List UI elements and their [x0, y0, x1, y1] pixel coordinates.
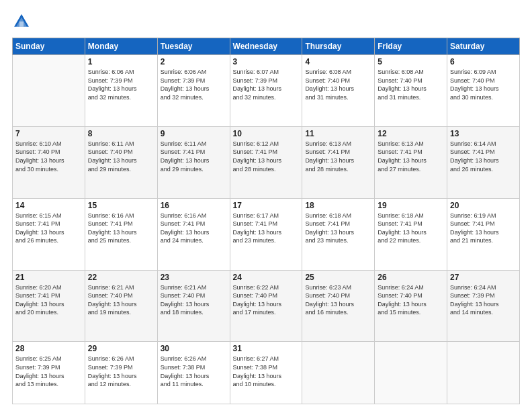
day-number: 27 [450, 273, 517, 282]
calendar-day-cell: 3Sunrise: 6:07 AMSunset: 7:39 PMDaylight… [230, 55, 302, 127]
calendar-day-cell: 17Sunrise: 6:17 AMSunset: 7:41 PMDayligh… [230, 198, 302, 270]
day-number: 1 [88, 57, 154, 66]
day-number: 4 [305, 57, 371, 66]
day-info: Sunrise: 6:24 AMSunset: 7:40 PMDaylight:… [378, 283, 444, 317]
calendar-day-cell: 7Sunrise: 6:10 AMSunset: 7:40 PMDaylight… [13, 126, 85, 198]
calendar-day-cell [302, 342, 375, 404]
day-info: Sunrise: 6:21 AMSunset: 7:40 PMDaylight:… [161, 283, 227, 317]
day-number: 30 [161, 344, 227, 353]
day-header-friday: Friday [375, 38, 447, 55]
day-info: Sunrise: 6:06 AMSunset: 7:39 PMDaylight:… [88, 68, 154, 101]
day-number: 28 [15, 344, 82, 353]
day-number: 22 [88, 273, 154, 282]
day-info: Sunrise: 6:20 AMSunset: 7:41 PMDaylight:… [15, 283, 82, 317]
day-number: 17 [233, 201, 300, 210]
calendar-day-cell: 16Sunrise: 6:16 AMSunset: 7:41 PMDayligh… [157, 198, 230, 270]
day-info: Sunrise: 6:14 AMSunset: 7:41 PMDaylight:… [450, 140, 517, 173]
day-info: Sunrise: 6:26 AMSunset: 7:39 PMDaylight:… [88, 355, 154, 388]
calendar-day-cell: 23Sunrise: 6:21 AMSunset: 7:40 PMDayligh… [157, 270, 230, 342]
day-info: Sunrise: 6:11 AMSunset: 7:40 PMDaylight:… [88, 140, 154, 173]
calendar-day-cell: 26Sunrise: 6:24 AMSunset: 7:40 PMDayligh… [375, 270, 447, 342]
day-info: Sunrise: 6:22 AMSunset: 7:40 PMDaylight:… [233, 283, 300, 317]
day-info: Sunrise: 6:17 AMSunset: 7:41 PMDaylight:… [233, 212, 300, 245]
calendar-week-row: 28Sunrise: 6:25 AMSunset: 7:39 PMDayligh… [13, 342, 520, 404]
day-number: 9 [161, 129, 227, 138]
calendar-day-cell: 6Sunrise: 6:09 AMSunset: 7:40 PMDaylight… [447, 55, 520, 127]
calendar-day-cell [13, 55, 85, 127]
day-number: 21 [15, 273, 82, 282]
day-info: Sunrise: 6:12 AMSunset: 7:41 PMDaylight:… [233, 140, 300, 173]
day-header-sunday: Sunday [13, 38, 85, 55]
calendar-day-cell: 14Sunrise: 6:15 AMSunset: 7:41 PMDayligh… [13, 198, 85, 270]
calendar-day-cell: 9Sunrise: 6:11 AMSunset: 7:41 PMDaylight… [157, 126, 230, 198]
day-info: Sunrise: 6:21 AMSunset: 7:40 PMDaylight:… [88, 283, 154, 317]
day-number: 23 [161, 273, 227, 282]
day-number: 12 [378, 129, 444, 138]
calendar-day-cell: 8Sunrise: 6:11 AMSunset: 7:40 PMDaylight… [85, 126, 157, 198]
day-number: 26 [378, 273, 444, 282]
calendar-day-cell: 20Sunrise: 6:19 AMSunset: 7:41 PMDayligh… [447, 198, 520, 270]
calendar-week-row: 1Sunrise: 6:06 AMSunset: 7:39 PMDaylight… [13, 55, 520, 127]
calendar-day-cell: 19Sunrise: 6:18 AMSunset: 7:41 PMDayligh… [375, 198, 447, 270]
calendar-day-cell: 27Sunrise: 6:24 AMSunset: 7:39 PMDayligh… [447, 270, 520, 342]
day-number: 10 [233, 129, 300, 138]
day-info: Sunrise: 6:16 AMSunset: 7:41 PMDaylight:… [88, 212, 154, 245]
day-info: Sunrise: 6:25 AMSunset: 7:39 PMDaylight:… [15, 355, 82, 388]
day-info: Sunrise: 6:10 AMSunset: 7:40 PMDaylight:… [15, 140, 82, 173]
calendar-day-cell: 1Sunrise: 6:06 AMSunset: 7:39 PMDaylight… [85, 55, 157, 127]
calendar-day-cell: 31Sunrise: 6:27 AMSunset: 7:38 PMDayligh… [230, 342, 302, 404]
day-number: 6 [450, 57, 517, 66]
calendar-week-row: 14Sunrise: 6:15 AMSunset: 7:41 PMDayligh… [13, 198, 520, 270]
day-info: Sunrise: 6:24 AMSunset: 7:39 PMDaylight:… [450, 283, 517, 317]
day-info: Sunrise: 6:27 AMSunset: 7:38 PMDaylight:… [233, 355, 300, 388]
calendar-day-cell: 18Sunrise: 6:18 AMSunset: 7:41 PMDayligh… [302, 198, 375, 270]
calendar-table: SundayMondayTuesdayWednesdayThursdayFrid… [12, 38, 520, 404]
day-number: 31 [233, 344, 300, 353]
calendar-day-cell: 5Sunrise: 6:08 AMSunset: 7:40 PMDaylight… [375, 55, 447, 127]
calendar-day-cell: 12Sunrise: 6:13 AMSunset: 7:41 PMDayligh… [375, 126, 447, 198]
day-number: 19 [378, 201, 444, 210]
calendar-day-cell: 28Sunrise: 6:25 AMSunset: 7:39 PMDayligh… [13, 342, 85, 404]
day-info: Sunrise: 6:08 AMSunset: 7:40 PMDaylight:… [305, 68, 371, 101]
day-header-saturday: Saturday [447, 38, 520, 55]
day-number: 24 [233, 273, 300, 282]
header [12, 12, 520, 31]
calendar-day-cell: 10Sunrise: 6:12 AMSunset: 7:41 PMDayligh… [230, 126, 302, 198]
day-number: 29 [88, 344, 154, 353]
calendar-day-cell [447, 342, 520, 404]
day-info: Sunrise: 6:08 AMSunset: 7:40 PMDaylight:… [378, 68, 444, 101]
svg-rect-2 [19, 21, 24, 27]
day-number: 7 [15, 129, 82, 138]
calendar-day-cell: 15Sunrise: 6:16 AMSunset: 7:41 PMDayligh… [85, 198, 157, 270]
day-info: Sunrise: 6:19 AMSunset: 7:41 PMDaylight:… [450, 212, 517, 245]
day-number: 13 [450, 129, 517, 138]
day-number: 8 [88, 129, 154, 138]
day-info: Sunrise: 6:06 AMSunset: 7:39 PMDaylight:… [161, 68, 227, 101]
day-info: Sunrise: 6:15 AMSunset: 7:41 PMDaylight:… [15, 212, 82, 245]
day-number: 20 [450, 201, 517, 210]
day-number: 2 [161, 57, 227, 66]
day-number: 25 [305, 273, 371, 282]
calendar-day-cell: 22Sunrise: 6:21 AMSunset: 7:40 PMDayligh… [85, 270, 157, 342]
logo [12, 12, 34, 31]
calendar-header-row: SundayMondayTuesdayWednesdayThursdayFrid… [13, 38, 520, 55]
day-info: Sunrise: 6:18 AMSunset: 7:41 PMDaylight:… [378, 212, 444, 245]
day-info: Sunrise: 6:13 AMSunset: 7:41 PMDaylight:… [378, 140, 444, 173]
day-info: Sunrise: 6:23 AMSunset: 7:40 PMDaylight:… [305, 283, 371, 317]
day-number: 11 [305, 129, 371, 138]
day-info: Sunrise: 6:11 AMSunset: 7:41 PMDaylight:… [161, 140, 227, 173]
day-number: 5 [378, 57, 444, 66]
day-number: 14 [15, 201, 82, 210]
day-info: Sunrise: 6:09 AMSunset: 7:40 PMDaylight:… [450, 68, 517, 101]
day-number: 3 [233, 57, 300, 66]
calendar-day-cell: 25Sunrise: 6:23 AMSunset: 7:40 PMDayligh… [302, 270, 375, 342]
calendar-day-cell: 29Sunrise: 6:26 AMSunset: 7:39 PMDayligh… [85, 342, 157, 404]
calendar-day-cell: 13Sunrise: 6:14 AMSunset: 7:41 PMDayligh… [447, 126, 520, 198]
day-info: Sunrise: 6:07 AMSunset: 7:39 PMDaylight:… [233, 68, 300, 101]
day-info: Sunrise: 6:13 AMSunset: 7:41 PMDaylight:… [305, 140, 371, 173]
day-number: 15 [88, 201, 154, 210]
day-header-monday: Monday [85, 38, 157, 55]
page: SundayMondayTuesdayWednesdayThursdayFrid… [0, 0, 532, 411]
calendar-day-cell: 21Sunrise: 6:20 AMSunset: 7:41 PMDayligh… [13, 270, 85, 342]
calendar-day-cell: 4Sunrise: 6:08 AMSunset: 7:40 PMDaylight… [302, 55, 375, 127]
